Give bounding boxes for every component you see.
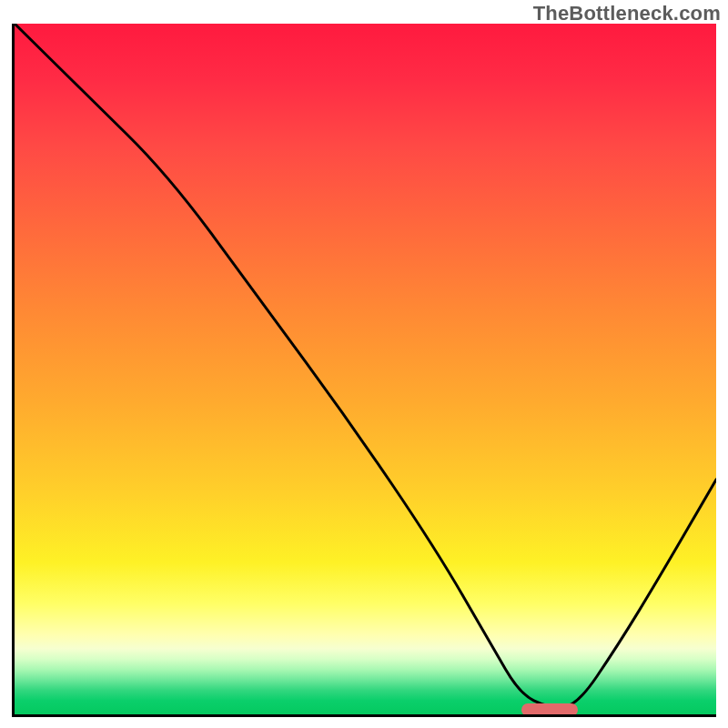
bottleneck-curve [15,24,716,707]
watermark-text: TheBottleneck.com [533,2,721,25]
chart-container: TheBottleneck.com [0,0,728,728]
plot-area [12,24,716,717]
optimal-marker [521,703,578,716]
curve-layer [15,24,716,714]
